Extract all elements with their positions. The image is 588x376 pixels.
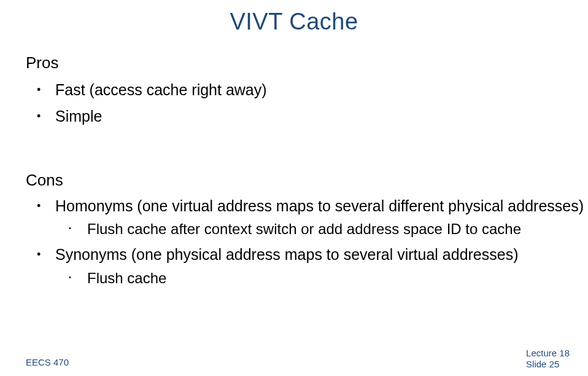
cons-list: Homonyms (one virtual address maps to se… [0,197,588,288]
list-item-text: Simple [55,108,102,125]
footer-course: EECS 470 [26,357,69,367]
footer-slide: Slide 25 [526,359,570,370]
list-item-text: Homonyms (one virtual address maps to se… [55,197,584,214]
sub-list: Flush cache [55,270,588,288]
list-item-text: Fast (access cache right away) [55,81,267,98]
sub-list-item-text: Flush cache after context switch or add … [87,221,521,237]
list-item: Fast (access cache right away) [0,81,588,99]
slide: VIVT Cache Pros Fast (access cache right… [0,0,588,376]
sub-list-item: Flush cache after context switch or add … [55,221,588,238]
sub-list-item: Flush cache [55,270,588,288]
list-item: Simple [0,108,588,125]
list-item-text: Synonyms (one physical address maps to s… [55,246,519,263]
footer-lecture: Lecture 18 [526,348,570,359]
slide-title: VIVT Cache [0,0,588,35]
pros-list: Fast (access cache right away) Simple [0,81,588,125]
cons-heading: Cons [26,171,588,190]
footer-right: Lecture 18 Slide 25 [526,348,570,370]
sub-list-item-text: Flush cache [87,270,166,286]
sub-list: Flush cache after context switch or add … [55,221,588,238]
pros-heading: Pros [26,53,588,72]
list-item: Synonyms (one physical address maps to s… [0,246,588,288]
list-item: Homonyms (one virtual address maps to se… [0,197,588,239]
